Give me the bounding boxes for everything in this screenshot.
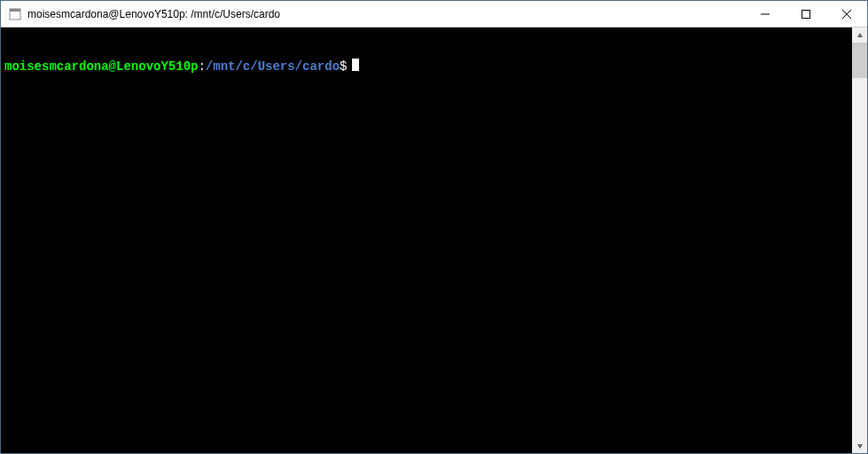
prompt-symbol: $ [340, 59, 347, 74]
terminal-content[interactable]: moisesmcardona@LenovoY510p:/mnt/c/Users/… [1, 27, 852, 453]
scrollbar-track[interactable] [852, 43, 867, 438]
scrollbar-down-arrow[interactable] [852, 438, 867, 453]
window-titlebar[interactable]: moisesmcardona@LenovoY510p: /mnt/c/Users… [1, 1, 867, 27]
terminal-cursor [352, 59, 359, 71]
window-title: moisesmcardona@LenovoY510p: /mnt/c/Users… [27, 8, 745, 20]
prompt-user-host: moisesmcardona@LenovoY510p [4, 59, 198, 74]
minimize-button[interactable] [745, 1, 786, 27]
vertical-scrollbar[interactable] [852, 27, 867, 453]
maximize-button[interactable] [786, 1, 826, 27]
client-area: moisesmcardona@LenovoY510p:/mnt/c/Users/… [1, 27, 867, 453]
close-button[interactable] [826, 1, 867, 27]
prompt-separator: : [198, 59, 205, 74]
app-icon [8, 7, 22, 21]
window-controls [745, 1, 867, 27]
svg-rect-2 [802, 10, 810, 18]
scrollbar-thumb[interactable] [852, 43, 867, 78]
prompt-path: /mnt/c/Users/cardo [206, 59, 340, 74]
prompt-line: moisesmcardona@LenovoY510p:/mnt/c/Users/… [4, 58, 848, 74]
terminal-window: moisesmcardona@LenovoY510p: /mnt/c/Users… [0, 0, 868, 454]
svg-rect-1 [10, 9, 20, 12]
scrollbar-up-arrow[interactable] [852, 27, 867, 43]
